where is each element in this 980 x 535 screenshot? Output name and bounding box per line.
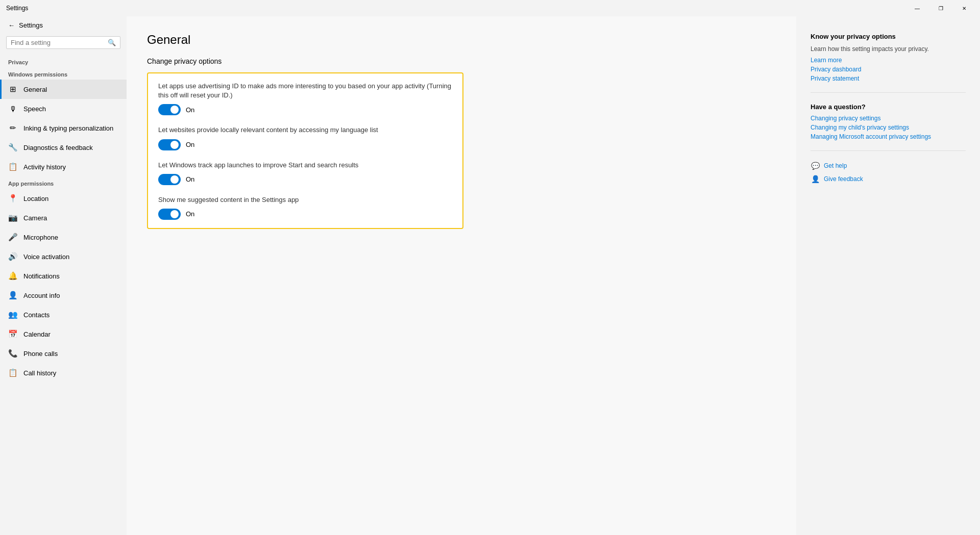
setting-item-track_launches: Let Windows track app launches to improv… <box>158 161 452 185</box>
toggle-label-track_launches: On <box>186 175 194 183</box>
setting-item-language_list: Let websites provide locally relevant co… <box>158 125 452 150</box>
sidebar-item-callhistory[interactable]: 📋 Call history <box>0 363 127 383</box>
app-permissions-label: App permissions <box>0 176 127 189</box>
link-privacy_statement[interactable]: Privacy statement <box>811 75 966 82</box>
sidebar-item-calendar[interactable]: 📅 Calendar <box>0 324 127 344</box>
sidebar-item-label: Location <box>23 195 48 202</box>
sidebar-item-label: Speech <box>23 105 46 113</box>
accountinfo-icon: 👤 <box>8 291 17 300</box>
setting-description-advertising_id: Let apps use advertising ID to make ads … <box>158 82 452 100</box>
search-input[interactable] <box>11 39 105 46</box>
contacts-icon: 👥 <box>8 310 17 319</box>
sidebar-item-label: Activity history <box>23 163 66 171</box>
question-title: Have a question? <box>811 103 966 111</box>
link-learn_more[interactable]: Learn more <box>811 57 966 64</box>
qlink-changing_privacy[interactable]: Changing privacy settings <box>811 115 966 122</box>
titlebar-title: Settings <box>4 5 905 12</box>
page-title: General <box>147 33 776 47</box>
sidebar-item-notifications[interactable]: 🔔 Notifications <box>0 266 127 286</box>
setting-description-suggested_content: Show me suggested content in the Setting… <box>158 195 452 205</box>
search-icon: 🔍 <box>108 39 116 46</box>
setting-description-track_launches: Let Windows track app launches to improv… <box>158 161 452 170</box>
divider <box>811 92 966 93</box>
inking-icon: ✏ <box>8 123 17 133</box>
toggle-label-language_list: On <box>186 141 194 148</box>
sidebar-item-inking[interactable]: ✏ Inking & typing personalization <box>0 118 127 138</box>
back-icon: ← <box>8 21 15 29</box>
sidebar-item-location[interactable]: 📍 Location <box>0 189 127 208</box>
sidebar-item-diagnostics[interactable]: 🔧 Diagnostics & feedback <box>0 138 127 157</box>
sidebar-item-label: Calendar <box>23 330 51 338</box>
setting-description-language_list: Let websites provide locally relevant co… <box>158 125 452 135</box>
calendar-icon: 📅 <box>8 329 17 339</box>
sidebar-item-label: Camera <box>23 214 47 222</box>
right-actions: 💬 Get help 👤 Give feedback <box>811 161 966 184</box>
toggle-advertising_id[interactable] <box>158 104 181 115</box>
sidebar-item-camera[interactable]: 📷 Camera <box>0 208 127 227</box>
sidebar-item-label: Diagnostics & feedback <box>23 144 93 151</box>
app-nav-list: 📍 Location 📷 Camera 🎤 Microphone 🔊 Voice… <box>0 189 127 383</box>
sidebar-item-label: Voice activation <box>23 253 69 261</box>
sidebar-item-speech[interactable]: 🎙 Speech <box>0 99 127 118</box>
search-container[interactable]: 🔍 <box>6 36 120 49</box>
sidebar-item-label: Phone calls <box>23 350 58 358</box>
toggle-label-advertising_id: On <box>186 106 194 114</box>
know-title: Know your privacy options <box>811 33 966 40</box>
toggle-row-track_launches: On <box>158 174 452 185</box>
sidebar-item-label: Account info <box>23 292 60 299</box>
callhistory-icon: 📋 <box>8 368 17 377</box>
sidebar-item-label: General <box>23 86 47 93</box>
section-title: Change privacy options <box>147 57 776 65</box>
sidebar-item-activity[interactable]: 📋 Activity history <box>0 157 127 176</box>
voice-icon: 🔊 <box>8 252 17 261</box>
main-content: General Change privacy options Let apps … <box>127 16 796 535</box>
sidebar-item-accountinfo[interactable]: 👤 Account info <box>0 286 127 305</box>
titlebar-controls: — ❐ ✕ <box>905 0 976 16</box>
back-button[interactable]: ← Settings <box>0 16 127 34</box>
setting-item-advertising_id: Let apps use advertising ID to make ads … <box>158 82 452 115</box>
diagnostics-icon: 🔧 <box>8 143 17 152</box>
know-text: Learn how this setting impacts your priv… <box>811 44 966 54</box>
restore-button[interactable]: ❐ <box>929 0 952 16</box>
toggle-label-suggested_content: On <box>186 210 194 218</box>
general-icon: ⊞ <box>8 85 17 94</box>
camera-icon: 📷 <box>8 213 17 222</box>
speech-icon: 🎙 <box>8 104 17 113</box>
sidebar-item-label: Microphone <box>23 234 58 241</box>
link-privacy_dashboard[interactable]: Privacy dashboard <box>811 66 966 73</box>
action-give_feedback[interactable]: 👤 Give feedback <box>811 174 966 184</box>
toggle-language_list[interactable] <box>158 139 181 150</box>
divider2 <box>811 150 966 151</box>
sidebar-item-general[interactable]: ⊞ General <box>0 80 127 99</box>
right-question-links: Changing privacy settingsChanging my chi… <box>811 115 966 140</box>
sidebar-item-phonecalls[interactable]: 📞 Phone calls <box>0 344 127 363</box>
activity-icon: 📋 <box>8 162 17 171</box>
minimize-button[interactable]: — <box>905 0 929 16</box>
qlink-microsoft_account[interactable]: Managing Microsoft account privacy setti… <box>811 133 966 140</box>
get_help-label: Get help <box>824 162 847 169</box>
sidebar-item-label: Call history <box>23 369 56 377</box>
settings-card: Let apps use advertising ID to make ads … <box>147 72 463 229</box>
windows-permissions-label: Windows permissions <box>0 67 127 80</box>
sidebar-item-contacts[interactable]: 👥 Contacts <box>0 305 127 324</box>
sidebar-item-voice[interactable]: 🔊 Voice activation <box>0 247 127 266</box>
sidebar-item-label: Notifications <box>23 272 60 280</box>
setting-item-suggested_content: Show me suggested content in the Setting… <box>158 195 452 220</box>
toggle-track_launches[interactable] <box>158 174 181 185</box>
close-button[interactable]: ✕ <box>952 0 976 16</box>
get_help-icon: 💬 <box>811 161 820 170</box>
qlink-child_privacy[interactable]: Changing my child's privacy settings <box>811 124 966 131</box>
phonecalls-icon: 📞 <box>8 349 17 358</box>
toggle-row-advertising_id: On <box>158 104 452 115</box>
toggle-row-suggested_content: On <box>158 209 452 220</box>
sidebar-item-label: Inking & typing personalization <box>23 124 113 132</box>
action-get_help[interactable]: 💬 Get help <box>811 161 966 170</box>
location-icon: 📍 <box>8 194 17 203</box>
right-links: Learn morePrivacy dashboardPrivacy state… <box>811 57 966 82</box>
privacy-label: Privacy <box>0 55 127 67</box>
toggle-suggested_content[interactable] <box>158 209 181 220</box>
give_feedback-label: Give feedback <box>824 175 863 183</box>
sidebar-item-microphone[interactable]: 🎤 Microphone <box>0 227 127 247</box>
notifications-icon: 🔔 <box>8 271 17 281</box>
right-panel: Know your privacy options Learn how this… <box>796 16 980 535</box>
